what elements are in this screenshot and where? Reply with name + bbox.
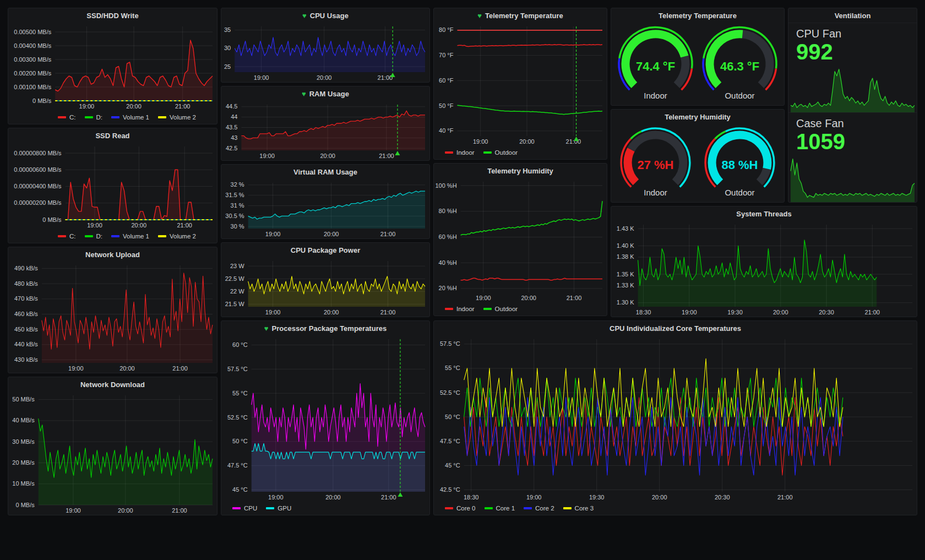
legend-item[interactable]: Outdoor bbox=[483, 149, 518, 156]
gauge-arc: 88 %H bbox=[698, 125, 782, 188]
svg-text:57.5 °C: 57.5 °C bbox=[227, 366, 248, 372]
svg-text:57.5 °C: 57.5 °C bbox=[440, 340, 460, 347]
panel-title[interactable]: Network Download bbox=[8, 377, 217, 392]
gauge-indoor-temperature[interactable]: 74.4 °F Indoor bbox=[613, 24, 698, 103]
cpu-usage-chart[interactable]: 35302519:0020:0021:00 bbox=[221, 23, 429, 82]
legend-swatch bbox=[445, 308, 453, 310]
virtual-ram-usage-chart[interactable]: 32 %31.5 %31 %30.5 %30 %19:0020:0021:00 bbox=[221, 179, 429, 238]
legend-item[interactable]: Volume 2 bbox=[158, 114, 196, 121]
legend-item[interactable]: C: bbox=[58, 233, 76, 240]
legend-label: Volume 2 bbox=[170, 114, 196, 121]
panel-title[interactable]: System Threads bbox=[611, 206, 917, 221]
ssd-hdd-write-chart[interactable]: 0.00500 MB/s0.00400 MB/s0.00300 MB/s0.00… bbox=[8, 23, 217, 111]
svg-text:19:00: 19:00 bbox=[526, 494, 542, 501]
cpu-core-temperatures-chart[interactable]: 57.5 °C55 °C52.5 °C50 °C47.5 °C45 °C42.5… bbox=[434, 335, 917, 502]
case-fan-stat[interactable]: Case Fan 1059 bbox=[788, 112, 917, 202]
legend-item[interactable]: CPU bbox=[232, 505, 257, 512]
gauge-label: Outdoor bbox=[725, 188, 754, 200]
panel-title[interactable]: Virtual RAM Usage bbox=[221, 165, 429, 179]
svg-text:42.5: 42.5 bbox=[226, 145, 237, 151]
panel-title[interactable]: Network Upload bbox=[8, 247, 217, 262]
svg-text:19:00: 19:00 bbox=[476, 295, 491, 301]
panel-telemetry-temperature-gauges: Telemetry Temperature 74.4 °F Indoor 46.… bbox=[611, 8, 785, 106]
telemetry-humidity-legend[interactable]: IndoorOutdoor bbox=[434, 302, 607, 316]
svg-text:19:30: 19:30 bbox=[727, 309, 743, 316]
cpu-fan-stat[interactable]: CPU Fan 992 bbox=[788, 23, 917, 112]
panel-title[interactable]: Telemetry Humidity bbox=[611, 110, 784, 124]
svg-text:30: 30 bbox=[224, 45, 231, 51]
ssd-read-legend[interactable]: C:D:Volume 1Volume 2 bbox=[8, 230, 217, 243]
ssd-hdd-write-legend[interactable]: C:D:Volume 1Volume 2 bbox=[8, 111, 217, 124]
legend-item[interactable]: GPU bbox=[266, 505, 291, 512]
panel-title[interactable]: Telemetry Humidity bbox=[434, 164, 607, 178]
gauge-outdoor-temperature[interactable]: 46.3 °F Outdoor bbox=[698, 24, 782, 103]
svg-text:480 kB/s: 480 kB/s bbox=[14, 280, 38, 287]
legend-label: GPU bbox=[278, 505, 291, 512]
panel-title[interactable]: CPU Individualized Core Temperatures bbox=[434, 321, 917, 335]
legend-swatch bbox=[85, 235, 93, 237]
svg-text:60 %H: 60 %H bbox=[439, 233, 457, 240]
svg-text:10 MB/s: 10 MB/s bbox=[12, 480, 35, 487]
network-upload-chart[interactable]: 490 kB/s480 kB/s470 kB/s460 kB/s450 kB/s… bbox=[8, 262, 217, 373]
svg-text:0.00000200 MB/s: 0.00000200 MB/s bbox=[14, 199, 62, 206]
svg-text:21:00: 21:00 bbox=[777, 494, 793, 501]
legend-item[interactable]: Core 0 bbox=[445, 505, 476, 512]
legend-item[interactable]: Core 3 bbox=[563, 505, 594, 512]
ram-usage-chart[interactable]: 44.54443.54342.519:0020:0021:00 bbox=[221, 101, 429, 160]
panel-system-threads: System Threads 1.43 K1.40 K1.38 K1.35 K1… bbox=[611, 206, 917, 317]
telemetry-temperature-chart[interactable]: 80 °F70 °F60 °F50 °F40 °F19:0020:0021:00 bbox=[434, 23, 607, 146]
cpu-package-power-chart[interactable]: 23 W22.5 W22 W21.5 W19:0020:0021:00 bbox=[221, 257, 429, 317]
svg-text:1.38 K: 1.38 K bbox=[617, 253, 634, 260]
panel-title[interactable]: Ventilation bbox=[788, 8, 917, 23]
panel-title[interactable]: CPU Package Power bbox=[221, 243, 429, 257]
legend-label: Core 1 bbox=[496, 505, 515, 512]
processor-package-temperatures-chart[interactable]: 60 °C57.5 °C55 °C52.5 °C50 °C47.5 °C45 °… bbox=[221, 335, 429, 502]
ssd-read-chart[interactable]: 0.00000800 MB/s0.00000600 MB/s0.00000400… bbox=[8, 143, 217, 230]
legend-item[interactable]: Volume 2 bbox=[158, 233, 196, 240]
network-download-chart[interactable]: 50 MB/s40 MB/s30 MB/s20 MB/s10 MB/s0 MB/… bbox=[8, 392, 217, 515]
panel-title-text: Telemetry Temperature bbox=[659, 12, 737, 20]
panel-title[interactable]: ♥Processor Package Temperatures bbox=[221, 321, 429, 335]
legend-item[interactable]: Core 2 bbox=[524, 505, 554, 512]
legend-item[interactable]: Outdoor bbox=[483, 306, 518, 312]
svg-text:52.5 °C: 52.5 °C bbox=[227, 414, 248, 421]
cpu-core-temperatures-legend[interactable]: Core 0Core 1Core 2Core 3 bbox=[434, 502, 917, 515]
svg-text:19:00: 19:00 bbox=[265, 231, 281, 237]
gauge-indoor-humidity[interactable]: 27 %H Indoor bbox=[613, 125, 698, 200]
legend-item[interactable]: C: bbox=[58, 114, 76, 121]
legend-item[interactable]: Volume 1 bbox=[111, 233, 149, 240]
legend-item[interactable]: D: bbox=[85, 114, 103, 121]
svg-text:47.5 °C: 47.5 °C bbox=[440, 438, 460, 444]
svg-text:21:00: 21:00 bbox=[379, 153, 394, 159]
svg-text:21:00: 21:00 bbox=[172, 507, 187, 514]
system-threads-chart[interactable]: 1.43 K1.40 K1.38 K1.35 K1.33 K1.30 K18:3… bbox=[611, 221, 917, 317]
legend-item[interactable]: Core 1 bbox=[485, 505, 515, 512]
legend-item[interactable]: Indoor bbox=[445, 306, 475, 312]
svg-text:460 kB/s: 460 kB/s bbox=[14, 311, 38, 317]
panel-title[interactable]: SSD/HDD Write bbox=[8, 8, 217, 23]
telemetry-humidity-chart[interactable]: 100 %H80 %H60 %H40 %H20 %H19:0020:0021:0… bbox=[434, 178, 607, 302]
panel-title[interactable]: Telemetry Temperature bbox=[611, 8, 784, 23]
panel-title-text: Telemetry Humidity bbox=[487, 167, 553, 175]
legend-label: Indoor bbox=[456, 149, 475, 156]
processor-package-temperatures-legend[interactable]: CPUGPU bbox=[221, 502, 429, 515]
svg-text:21:00: 21:00 bbox=[864, 309, 880, 316]
gauge-outdoor-humidity[interactable]: 88 %H Outdoor bbox=[698, 125, 782, 200]
case-fan-label: Case Fan bbox=[788, 113, 917, 130]
legend-item[interactable]: Indoor bbox=[445, 149, 475, 156]
svg-text:47.5 °C: 47.5 °C bbox=[227, 462, 248, 469]
svg-text:70 °F: 70 °F bbox=[439, 52, 454, 58]
panel-title[interactable]: ♥CPU Usage bbox=[221, 8, 429, 23]
panel-title[interactable]: ♥Telemetry Temperature bbox=[434, 8, 607, 23]
telemetry-temperature-legend[interactable]: IndoorOutdoor bbox=[434, 146, 607, 159]
panel-title-text: SSD/HDD Write bbox=[86, 12, 138, 20]
svg-text:0 MB/s: 0 MB/s bbox=[42, 216, 62, 223]
svg-text:0.00000600 MB/s: 0.00000600 MB/s bbox=[14, 166, 62, 173]
svg-text:35: 35 bbox=[224, 26, 231, 33]
legend-item[interactable]: D: bbox=[85, 233, 103, 240]
panel-title[interactable]: ♥RAM Usage bbox=[221, 86, 429, 101]
panel-ram-usage: ♥RAM Usage 44.54443.54342.519:0020:0021:… bbox=[221, 86, 430, 161]
legend-item[interactable]: Volume 1 bbox=[111, 114, 149, 121]
panel-title[interactable]: SSD Read bbox=[8, 128, 217, 143]
svg-text:19:00: 19:00 bbox=[265, 309, 281, 316]
